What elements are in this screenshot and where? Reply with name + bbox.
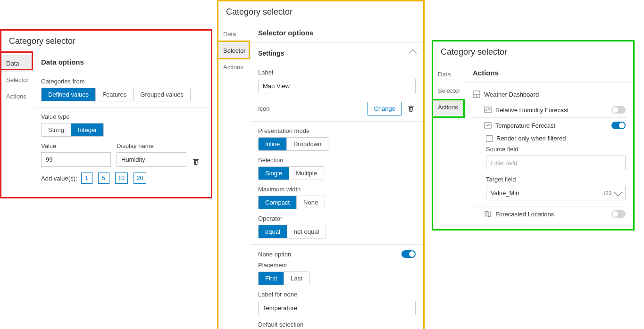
render-only-label: Render only when filtered	[496, 135, 566, 142]
categories-grouped-values[interactable]: Grouped values	[134, 88, 190, 101]
label-input[interactable]	[258, 79, 416, 93]
label-label: Label	[258, 69, 416, 76]
presentation-inline[interactable]: Inline	[259, 138, 287, 150]
target-field-label: Target field	[486, 176, 626, 183]
label-for-none-label: Label for none	[258, 291, 416, 298]
source-field-label: Source field	[486, 146, 626, 153]
tab-selector[interactable]: Selector	[218, 42, 251, 59]
panel-actions: Category selector Data Selector Actions …	[432, 40, 635, 230]
dashboard-row: Weather Dashboard	[473, 87, 626, 102]
render-only-checkbox[interactable]	[486, 135, 493, 142]
target-field-dropdown[interactable]: Value_Min 123	[486, 186, 626, 200]
value-type-label: Value type	[41, 113, 203, 120]
max-width-compact[interactable]: Compact	[259, 196, 297, 209]
value-input[interactable]	[41, 152, 111, 167]
tab-data[interactable]: Data	[1, 55, 33, 72]
dashboard-name: Weather Dashboard	[484, 91, 539, 98]
placement-label: Placement	[258, 262, 416, 269]
add-value-20[interactable]: 20	[134, 173, 146, 184]
operator-label: Operator	[258, 215, 416, 222]
categories-features[interactable]: Features	[96, 88, 134, 101]
target-field-value: Value_Min	[491, 189, 519, 197]
action-toggle-humidity[interactable]	[611, 106, 626, 114]
panel-title: Category selector	[1, 31, 211, 51]
tab-actions[interactable]: Actions	[218, 59, 251, 75]
change-icon-button[interactable]: Change	[368, 102, 401, 115]
action-toggle-locations[interactable]	[611, 210, 626, 218]
source-field-input[interactable]	[486, 156, 626, 170]
settings-label: Settings	[258, 49, 284, 57]
value-type-integer[interactable]: Integer	[71, 123, 103, 136]
indicator-icon	[484, 122, 492, 129]
max-width-segment: Compact None	[258, 196, 325, 209]
categories-defined-values[interactable]: Defined values	[42, 88, 96, 101]
presentation-mode-segment: Inline Dropdown	[258, 137, 328, 151]
operator-equal[interactable]: equal	[259, 225, 287, 238]
tab-actions[interactable]: Actions	[433, 99, 465, 115]
presentation-dropdown[interactable]: Dropdown	[287, 138, 328, 150]
panel-selector: Category selector Data Selector Actions …	[217, 0, 425, 329]
add-value-1[interactable]: 1	[81, 173, 92, 184]
tab-selector[interactable]: Selector	[433, 82, 465, 99]
placement-segment: First Last	[258, 271, 309, 285]
tab-actions[interactable]: Actions	[1, 88, 33, 105]
selector-options-header: Selector options	[251, 22, 423, 43]
placement-first[interactable]: First	[259, 272, 284, 285]
selection-single[interactable]: Single	[259, 167, 289, 180]
selection-label: Selection	[258, 156, 416, 164]
none-option-label: None option	[258, 251, 291, 258]
categories-from-label: Categories from	[41, 78, 203, 85]
action-toggle-temperature[interactable]	[611, 122, 626, 129]
panel-title: Category selector	[433, 41, 633, 62]
value-type-segment: String Integer	[41, 123, 104, 137]
settings-accordion[interactable]: Settings	[251, 43, 423, 63]
default-selection-label: Default selection	[258, 321, 416, 328]
action-item-name: Relative Humidity Forecast	[495, 107, 569, 114]
display-name-input[interactable]	[117, 152, 186, 167]
side-tabs: Data Selector Actions	[433, 62, 465, 229]
display-name-label: Display name	[117, 142, 186, 149]
tab-data[interactable]: Data	[218, 26, 251, 42]
operator-not-equal[interactable]: not equal	[287, 225, 326, 238]
action-item-name: Temperature Forecast	[495, 122, 555, 129]
add-value-10[interactable]: 10	[115, 173, 128, 184]
side-tabs: Data Selector Actions	[1, 51, 33, 197]
tab-selector[interactable]: Selector	[1, 72, 33, 88]
add-value-5[interactable]: 5	[98, 173, 109, 184]
value-type-string[interactable]: String	[42, 123, 71, 136]
action-item-locations: Forecasted Locations	[473, 206, 626, 222]
selection-segment: Single Multiple	[258, 166, 324, 180]
action-item-humidity: Relative Humidity Forecast	[473, 102, 626, 117]
categories-from-segment: Defined values Features Grouped values	[41, 88, 191, 101]
panel-title: Category selector	[218, 1, 423, 22]
label-for-none-input[interactable]	[258, 301, 416, 315]
action-item-temperature: Temperature Forecast	[473, 118, 626, 133]
panel-data: Category selector Data Selector Actions …	[0, 29, 212, 198]
value-label: Value	[41, 142, 111, 149]
indicator-icon	[484, 106, 492, 114]
action-item-name: Forecasted Locations	[495, 211, 554, 218]
icon-label: Icon	[258, 105, 270, 112]
target-field-type: 123	[603, 190, 611, 196]
max-width-label: Maximum width	[258, 186, 416, 193]
section-header-data-options: Data options	[33, 51, 211, 72]
chevron-down-icon	[614, 188, 622, 196]
selection-multiple[interactable]: Multiple	[289, 167, 324, 180]
add-values-label: Add value(s):	[41, 175, 77, 182]
dashboard-icon	[473, 90, 480, 98]
actions-header: Actions	[465, 62, 633, 83]
delete-icon[interactable]	[407, 105, 416, 113]
side-tabs: Data Selector Actions	[218, 22, 251, 329]
max-width-none[interactable]: None	[297, 196, 325, 209]
map-icon	[484, 210, 492, 218]
tab-data[interactable]: Data	[433, 66, 465, 82]
placement-last[interactable]: Last	[284, 272, 309, 285]
chevron-up-icon	[409, 49, 417, 58]
delete-icon[interactable]	[192, 158, 201, 166]
none-option-toggle[interactable]	[401, 250, 416, 258]
operator-segment: equal not equal	[258, 225, 326, 239]
presentation-mode-label: Presentation mode	[258, 127, 416, 134]
